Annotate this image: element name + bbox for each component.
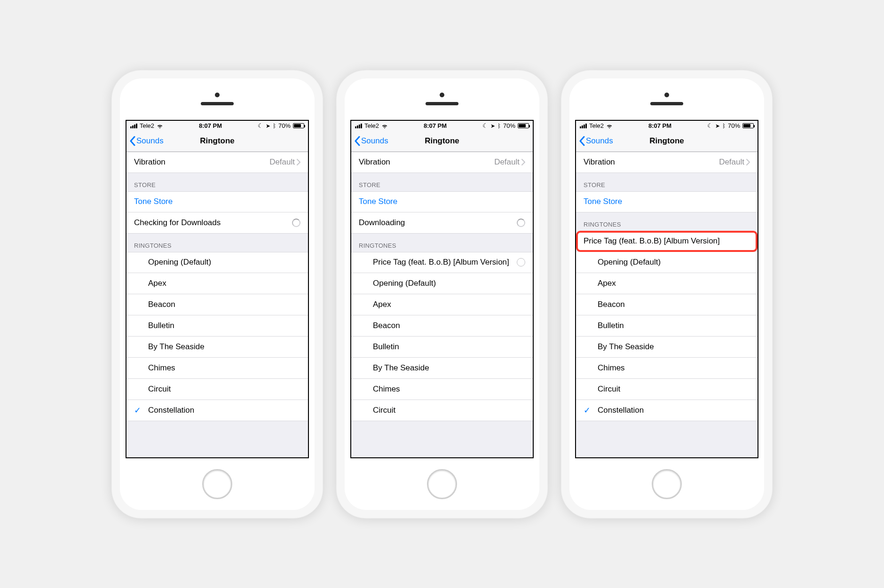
bluetooth-icon: ᛒ (273, 123, 276, 129)
ringtone-label: Price Tag (feat. B.o.B) [Album Version] (584, 236, 750, 246)
back-label: Sounds (361, 136, 388, 146)
moon-icon: ☾ (258, 122, 263, 129)
store-status-row: Checking for Downloads (126, 212, 308, 234)
ringtone-row[interactable]: By The Seaside (576, 337, 758, 358)
ringtone-row[interactable]: Circuit (576, 379, 758, 400)
front-camera-icon (215, 93, 220, 97)
chevron-left-icon (354, 136, 360, 146)
home-button[interactable] (202, 469, 232, 499)
back-button[interactable]: Sounds (126, 136, 164, 146)
clock-label: 8:07 PM (424, 122, 447, 129)
ringtone-row[interactable]: Price Tag (feat. B.o.B) [Album Version] (576, 231, 758, 252)
ringtone-label: Opening (Default) (373, 279, 525, 288)
vibration-row[interactable]: Vibration Default (576, 152, 758, 173)
back-label: Sounds (136, 136, 164, 146)
ringtone-row[interactable]: Beacon (126, 294, 308, 315)
store-section-header: STORE (126, 173, 308, 191)
vibration-value: Default (719, 157, 744, 167)
ringtone-row[interactable]: Apex (351, 294, 533, 315)
tone-store-row[interactable]: Tone Store (351, 191, 533, 212)
nav-bar: Sounds Ringtone (576, 131, 758, 152)
ringtone-label: Beacon (598, 300, 750, 309)
ringtone-label: Chimes (148, 363, 300, 373)
wifi-icon (157, 123, 163, 129)
ringtone-row[interactable]: Bulletin (576, 315, 758, 337)
vibration-value: Default (269, 157, 295, 167)
tone-store-row[interactable]: Tone Store (126, 191, 308, 212)
chevron-right-icon (746, 159, 750, 165)
ringtone-row[interactable]: Beacon (576, 294, 758, 315)
ringtone-label: Bulletin (598, 321, 750, 330)
screen: Tele2 8:07 PM ☾ ➤ ᛒ 70% Sound (350, 120, 534, 458)
back-button[interactable]: Sounds (351, 136, 388, 146)
chevron-right-icon (297, 159, 300, 165)
battery-pct-label: 70% (728, 122, 740, 129)
vibration-row[interactable]: Vibration Default (351, 152, 533, 173)
ringtone-label: Circuit (598, 384, 750, 394)
ringtone-row[interactable]: Circuit (351, 400, 533, 421)
ringtone-row[interactable]: Constellation (576, 400, 758, 421)
home-button[interactable] (427, 469, 457, 499)
ringtone-row[interactable]: Bulletin (351, 337, 533, 358)
spinner-icon (292, 219, 300, 227)
tone-store-label: Tone Store (359, 197, 397, 206)
ringtone-label: Opening (Default) (148, 258, 300, 267)
ringtone-row[interactable]: By The Seaside (126, 337, 308, 358)
phone-top-hardware (120, 78, 315, 120)
store-status-row: Downloading (351, 212, 533, 234)
tone-store-row[interactable]: Tone Store (576, 191, 758, 212)
checkmark-icon: ✓ (134, 405, 141, 416)
ringtone-row[interactable]: Circuit (126, 379, 308, 400)
ringtone-row[interactable]: Opening (Default) (576, 252, 758, 273)
vibration-row[interactable]: Vibration Default (126, 152, 308, 173)
carrier-label: Tele2 (140, 122, 154, 129)
checkmark-icon: ✓ (584, 405, 591, 416)
speaker-slot-icon (201, 102, 234, 105)
ringtone-label: Chimes (373, 384, 525, 394)
ringtone-label: Constellation (598, 406, 750, 415)
phone-top-hardware (345, 78, 539, 120)
ringtone-list: Opening (Default)ApexBeaconBulletinBy Th… (126, 252, 308, 421)
signal-bars-icon (355, 124, 362, 128)
ringtone-row[interactable]: Chimes (576, 358, 758, 379)
ringtone-row[interactable]: Opening (Default) (351, 273, 533, 294)
front-camera-icon (440, 93, 444, 97)
ringtone-row[interactable]: By The Seaside (351, 358, 533, 379)
status-bar: Tele2 8:07 PM ☾ ➤ ᛒ 70% (351, 121, 533, 131)
spinner-icon (517, 219, 525, 227)
back-button[interactable]: Sounds (576, 136, 613, 146)
vibration-label: Vibration (584, 157, 615, 167)
ringtone-row[interactable]: Beacon (351, 315, 533, 337)
ringtone-label: Bulletin (373, 342, 525, 352)
nav-bar: Sounds Ringtone (126, 131, 308, 152)
ringtone-row[interactable]: Price Tag (feat. B.o.B) [Album Version] (351, 252, 533, 273)
battery-pct-label: 70% (503, 122, 515, 129)
ringtone-row[interactable]: Apex (576, 273, 758, 294)
ringtone-row[interactable]: Chimes (351, 379, 533, 400)
ringtone-row[interactable]: Apex (126, 273, 308, 294)
battery-pct-label: 70% (278, 122, 291, 129)
signal-bars-icon (130, 124, 137, 128)
ringtone-label: Opening (Default) (598, 258, 750, 267)
ringtone-list: Price Tag (feat. B.o.B) [Album Version]O… (351, 252, 533, 421)
vibration-value: Default (494, 157, 520, 167)
ringtone-label: Apex (148, 279, 300, 288)
speaker-slot-icon (426, 102, 458, 105)
ringtone-row[interactable]: Bulletin (126, 315, 308, 337)
phone-3: Tele2 8:07 PM ☾ ➤ ᛒ 70% Sound (561, 70, 773, 518)
ringtone-row[interactable]: Opening (Default) (126, 252, 308, 273)
ringtone-row[interactable]: Chimes (126, 358, 308, 379)
battery-icon (518, 123, 529, 128)
chevron-right-icon (521, 159, 525, 165)
ringtone-row[interactable]: Constellation (126, 400, 308, 421)
status-bar: Tele2 8:07 PM ☾ ➤ ᛒ 70% (126, 121, 308, 131)
vibration-label: Vibration (359, 157, 390, 167)
ringtone-label: Constellation (148, 406, 300, 415)
location-arrow-icon: ➤ (266, 123, 270, 129)
chevron-left-icon (579, 136, 585, 146)
location-arrow-icon: ➤ (490, 123, 495, 129)
home-button[interactable] (652, 469, 682, 499)
bluetooth-icon: ᛒ (722, 123, 726, 129)
ringtones-section-header: RINGTONES (126, 234, 308, 252)
front-camera-icon (664, 93, 669, 97)
